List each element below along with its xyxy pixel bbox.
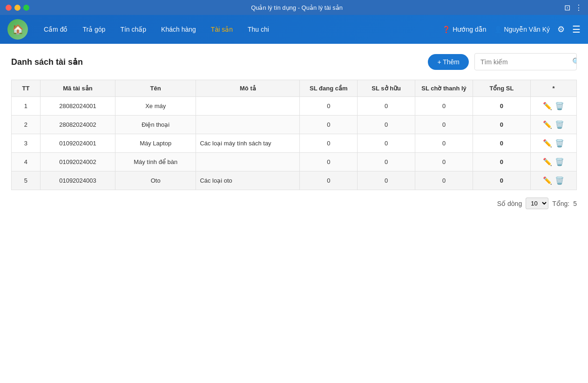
- cell-actions: ✏️ 🗑️: [530, 97, 576, 116]
- nav-items: Cầm đồ Trả góp Tín chấp Khách hàng Tài s…: [37, 22, 442, 37]
- total-value: 5: [573, 200, 577, 207]
- col-header-sl-so-huu: SL sở hữu: [358, 80, 415, 97]
- nav-thu-chi[interactable]: Thu chi: [241, 22, 276, 37]
- col-header-ten: Tên: [115, 80, 196, 97]
- window-controls: [6, 5, 29, 11]
- nav-khach-hang[interactable]: Khách hàng: [155, 22, 203, 37]
- title-bar-right: ⊡ ⋮: [564, 3, 582, 12]
- cell-sl-so-huu: 0: [358, 97, 415, 116]
- col-header-tong-sl: Tổng SL: [473, 80, 530, 97]
- main-content: Danh sách tài sản + Thêm 🔍 TT Mã tài sản…: [0, 44, 588, 383]
- table-body: 128082024001Xe máy0000 ✏️ 🗑️ 22808202400…: [12, 97, 577, 190]
- cell-sl-so-huu: 0: [358, 134, 415, 153]
- navbar: 🏠 Cầm đồ Trả góp Tín chấp Khách hàng Tài…: [0, 15, 588, 44]
- cell-ten: Máy Laptop: [115, 134, 196, 153]
- header-right: + Thêm 🔍: [428, 53, 577, 70]
- cell-mota: Các loại máy tính sách tay: [196, 134, 300, 153]
- table-row: 501092024003OtoCác loại oto0000 ✏️ 🗑️: [12, 171, 577, 190]
- minimize-button[interactable]: [14, 5, 20, 11]
- cell-ten: Xe máy: [115, 97, 196, 116]
- cell-tt: 4: [12, 153, 41, 171]
- nav-cam-do[interactable]: Cầm đồ: [37, 22, 74, 37]
- cell-mota: [196, 97, 300, 116]
- cell-ma: 28082024002: [40, 116, 115, 134]
- delete-button[interactable]: 🗑️: [555, 120, 564, 129]
- cell-sl-cam: 0: [300, 97, 358, 116]
- nav-tin-chap[interactable]: Tín chấp: [114, 22, 153, 37]
- nav-help[interactable]: ❓ Hướng dẫn: [442, 26, 486, 33]
- delete-button[interactable]: 🗑️: [555, 139, 564, 148]
- app-logo: 🏠: [7, 19, 28, 40]
- menu-icon[interactable]: ☰: [572, 24, 581, 35]
- cell-sl-cho: 0: [415, 153, 473, 171]
- cell-mota: Các loại oto: [196, 171, 300, 190]
- edit-button[interactable]: ✏️: [543, 120, 552, 129]
- cell-sl-cho: 0: [415, 116, 473, 134]
- col-header-mota: Mô tả: [196, 80, 300, 97]
- table-header: TT Mã tài sản Tên Mô tả SL đang cầm SL s…: [12, 80, 577, 97]
- cell-sl-cho: 0: [415, 97, 473, 116]
- cell-mota: [196, 116, 300, 134]
- nav-tra-gop[interactable]: Trả góp: [76, 22, 112, 37]
- cell-actions: ✏️ 🗑️: [530, 134, 576, 153]
- col-header-actions: *: [530, 80, 576, 97]
- delete-button[interactable]: 🗑️: [555, 102, 564, 110]
- total-label: Tổng:: [552, 200, 569, 207]
- search-box: 🔍: [474, 53, 577, 70]
- rows-per-page-label: Số dòng: [497, 200, 522, 207]
- table-row: 301092024001Máy LaptopCác loại máy tính …: [12, 134, 577, 153]
- cell-ma: 01092024002: [40, 153, 115, 171]
- cell-actions: ✏️ 🗑️: [530, 171, 576, 190]
- delete-button[interactable]: 🗑️: [555, 157, 564, 166]
- cell-actions: ✏️ 🗑️: [530, 153, 576, 171]
- cell-sl-cam: 0: [300, 171, 358, 190]
- nav-tai-san[interactable]: Tài sản: [204, 22, 239, 37]
- window-icon-1[interactable]: ⊡: [564, 3, 570, 12]
- help-icon: ❓: [442, 26, 450, 33]
- edit-button[interactable]: ✏️: [543, 176, 552, 185]
- cell-tong: 0: [473, 134, 530, 153]
- cell-sl-cho: 0: [415, 134, 473, 153]
- delete-button[interactable]: 🗑️: [555, 176, 564, 185]
- cell-tt: 3: [12, 134, 41, 153]
- col-header-ma: Mã tài sản: [40, 80, 115, 97]
- cell-tong: 0: [473, 116, 530, 134]
- page-header: Danh sách tài sản + Thêm 🔍: [11, 53, 577, 70]
- cell-sl-so-huu: 0: [358, 116, 415, 134]
- edit-button[interactable]: ✏️: [543, 157, 552, 166]
- cell-tong: 0: [473, 153, 530, 171]
- cell-tt: 5: [12, 171, 41, 190]
- cell-ten: Máy tính để bàn: [115, 153, 196, 171]
- col-header-sl-cam: SL đang cầm: [300, 80, 358, 97]
- cell-sl-so-huu: 0: [358, 171, 415, 190]
- cell-tt: 2: [12, 116, 41, 134]
- table-row: 128082024001Xe máy0000 ✏️ 🗑️: [12, 97, 577, 116]
- cell-sl-cam: 0: [300, 134, 358, 153]
- user-label: Nguyễn Văn Ký: [504, 26, 550, 33]
- page-title: Danh sách tài sản: [11, 57, 83, 67]
- cell-tong: 0: [473, 97, 530, 116]
- cell-ten: Điện thoại: [115, 116, 196, 134]
- cell-ma: 28082024001: [40, 97, 115, 116]
- cell-sl-cam: 0: [300, 153, 358, 171]
- close-button[interactable]: [6, 5, 12, 11]
- cell-sl-cam: 0: [300, 116, 358, 134]
- edit-button[interactable]: ✏️: [543, 102, 552, 110]
- rows-per-page-select[interactable]: 10 20 50: [526, 198, 548, 209]
- col-header-sl-cho: SL chờ thanh lý: [415, 80, 473, 97]
- settings-icon[interactable]: ⚙: [557, 24, 565, 34]
- help-label: Hướng dẫn: [453, 26, 486, 33]
- maximize-button[interactable]: [23, 5, 29, 11]
- cell-actions: ✏️ 🗑️: [530, 116, 576, 134]
- search-button[interactable]: 🔍: [568, 54, 577, 70]
- cell-tt: 1: [12, 97, 41, 116]
- assets-table: TT Mã tài sản Tên Mô tả SL đang cầm SL s…: [11, 80, 577, 190]
- table-row: 228082024002Điện thoại0000 ✏️ 🗑️: [12, 116, 577, 134]
- nav-user[interactable]: 👤 Nguyễn Văn Ký: [494, 26, 550, 33]
- search-input[interactable]: [475, 55, 568, 69]
- edit-button[interactable]: ✏️: [543, 139, 552, 148]
- cell-sl-cho: 0: [415, 171, 473, 190]
- window-icon-2[interactable]: ⋮: [575, 3, 582, 12]
- add-button[interactable]: + Thêm: [428, 54, 469, 70]
- user-icon: 👤: [494, 26, 502, 33]
